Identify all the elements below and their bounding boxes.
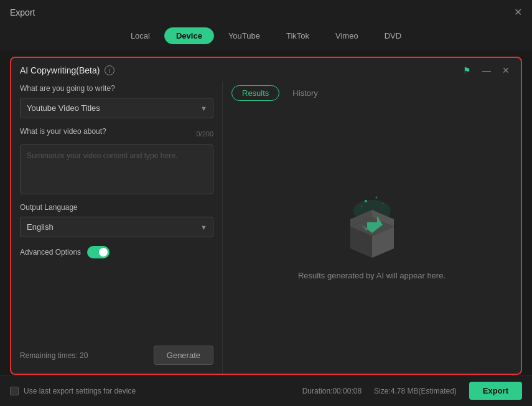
tab-local[interactable]: Local [119, 27, 162, 44]
generate-button[interactable]: Generate [154, 346, 213, 365]
tab-dvd[interactable]: DVD [373, 27, 413, 44]
tab-youtube[interactable]: YouTube [217, 27, 272, 44]
svg-point-3 [382, 203, 383, 204]
main-content: AI Copywriting(Beta) i ⚑ — ✕ What are yo… [0, 50, 532, 375]
output-language-label: Output Language [20, 203, 213, 212]
window-title: Export [10, 7, 35, 17]
footer: Use last export settings for device Dura… [0, 375, 532, 406]
last-settings-label: Use last export settings for device [24, 387, 136, 395]
advanced-options-toggle[interactable] [87, 246, 110, 258]
size-info: Size:4.78 MB(Estimated) [374, 387, 457, 395]
video-about-textarea[interactable] [20, 144, 213, 194]
info-icon[interactable]: i [105, 65, 114, 75]
footer-right: Duration:00:00:08 Size:4.78 MB(Estimated… [302, 382, 522, 400]
result-tab-history[interactable]: History [282, 85, 328, 101]
write-label: What are you going to write? [20, 84, 213, 93]
language-select[interactable]: English Spanish French German Chinese Ja… [20, 217, 213, 237]
advanced-options-row: Advanced Options [20, 246, 213, 258]
write-select-wrapper: Youtube Video Titles YouTube Description… [20, 98, 213, 118]
empty-state: Results generated by AI will appear here… [231, 107, 512, 365]
box-illustration [332, 192, 413, 261]
ai-panel-actions: ⚑ — ✕ [460, 64, 512, 77]
language-select-wrapper: English Spanish French German Chinese Ja… [20, 217, 213, 237]
svg-point-1 [365, 200, 367, 202]
results-tab-bar: ResultsHistory [231, 85, 512, 101]
window-close-button[interactable]: ✕ [514, 7, 522, 17]
last-settings-checkbox[interactable] [10, 387, 19, 395]
ai-panel: AI Copywriting(Beta) i ⚑ — ✕ What are yo… [10, 57, 522, 375]
bottom-row: Remaining times: 20 Generate [20, 339, 213, 365]
panel-close-button[interactable]: ✕ [500, 64, 512, 77]
ai-panel-title-row: AI Copywriting(Beta) i [20, 65, 114, 75]
result-tab-results[interactable]: Results [231, 85, 279, 101]
tab-vimeo[interactable]: Vimeo [324, 27, 370, 44]
about-label: What is your video about? [20, 127, 106, 136]
tab-device[interactable]: Device [164, 27, 214, 44]
char-count: 0/200 [196, 130, 213, 138]
tab-tiktok[interactable]: TikTok [274, 27, 321, 44]
tab-bar: LocalDeviceYouTubeTikTokVimeoDVD [0, 24, 532, 50]
export-button[interactable]: Export [469, 382, 522, 400]
right-column: ResultsHistory [223, 82, 521, 374]
left-column: What are you going to write? Youtube Vid… [11, 82, 223, 374]
advanced-options-label: Advanced Options [20, 248, 81, 257]
ai-panel-body: What are you going to write? Youtube Vid… [11, 82, 521, 374]
remaining-times: Remaining times: 20 [20, 351, 88, 360]
toggle-knob [99, 248, 108, 257]
svg-point-4 [361, 205, 362, 207]
write-type-select[interactable]: Youtube Video Titles YouTube Description… [20, 98, 213, 118]
duration-info: Duration:00:00:08 [302, 387, 362, 395]
title-bar: Export ✕ [0, 0, 532, 24]
minimize-button[interactable]: — [480, 64, 493, 77]
footer-left: Use last export settings for device [10, 387, 136, 395]
about-label-row: What is your video about? 0/200 [20, 127, 213, 141]
pin-button[interactable]: ⚑ [460, 64, 474, 77]
svg-point-2 [375, 196, 377, 198]
ai-panel-title: AI Copywriting(Beta) [20, 65, 100, 75]
ai-panel-header: AI Copywriting(Beta) i ⚑ — ✕ [11, 58, 521, 82]
empty-state-text: Results generated by AI will appear here… [298, 271, 446, 280]
